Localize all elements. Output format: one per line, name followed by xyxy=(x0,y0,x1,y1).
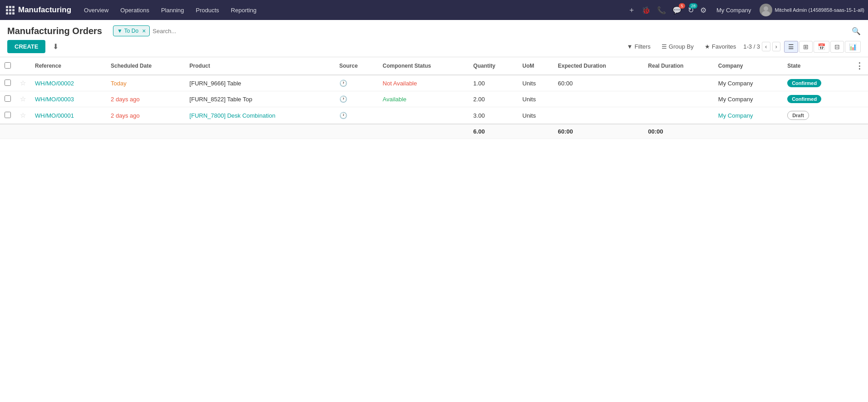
calendar-view-button[interactable]: 📅 xyxy=(814,41,829,53)
col-component-status[interactable]: Component Status xyxy=(378,57,469,75)
updates-icon[interactable]: ↻28 xyxy=(686,4,696,16)
col-company[interactable]: Company xyxy=(714,57,783,75)
search-input-wrap xyxy=(152,26,849,36)
row3-real-cell xyxy=(643,107,714,124)
debug-icon[interactable]: 🐞 xyxy=(640,4,652,16)
toolbar-right: ▼ Filters ☰ Group By ★ Favorites 1-3 / 3… xyxy=(623,41,861,53)
prev-page-button[interactable]: ‹ xyxy=(762,42,770,51)
row1-company: My Company xyxy=(718,80,753,87)
totals-real-duration: 00:00 xyxy=(643,124,714,139)
next-page-button[interactable]: › xyxy=(772,42,780,51)
select-all-header[interactable] xyxy=(0,57,15,75)
row3-checkbox[interactable] xyxy=(5,112,11,118)
col-uom[interactable]: UoM xyxy=(518,57,553,75)
svg-rect-6 xyxy=(6,12,8,15)
row3-product-link[interactable]: [FURN_7800] Desk Combination xyxy=(190,112,275,119)
phone-icon[interactable]: 📞 xyxy=(655,4,668,16)
row2-state-cell: Confirmed xyxy=(783,91,851,107)
col-product[interactable]: Product xyxy=(185,57,335,75)
col-quantity[interactable]: Quantity xyxy=(469,57,518,75)
favorites-icon: ★ xyxy=(705,43,710,50)
search-input[interactable] xyxy=(152,26,849,36)
top-menu: Overview Operations Planning Products Re… xyxy=(78,4,624,16)
select-all-checkbox[interactable] xyxy=(5,62,11,69)
more-options-header[interactable]: ⋮ xyxy=(851,57,868,75)
row3-source-icon[interactable]: 🕐 xyxy=(339,112,347,119)
chat-icon[interactable]: 💬5 xyxy=(671,4,683,16)
row2-product[interactable]: [FURN_8522] Table Top xyxy=(190,96,252,103)
col-real-duration[interactable]: Real Duration xyxy=(643,57,714,75)
main-content: Manufacturing Orders ▼ To Do × 🔍 CREATE … xyxy=(0,20,868,402)
group-by-button[interactable]: ☰ Group By xyxy=(658,41,697,52)
row1-uom-cell: Units xyxy=(518,75,553,91)
apps-icon[interactable] xyxy=(4,4,16,16)
favorites-button[interactable]: ★ Favorites xyxy=(701,41,740,52)
totals-expected-duration: 60:00 xyxy=(554,124,644,139)
row3-star-icon[interactable]: ☆ xyxy=(20,111,26,119)
row1-component-status: Not Available xyxy=(383,80,417,87)
filters-button[interactable]: ▼ Filters xyxy=(623,41,654,52)
row2-source-icon[interactable]: 🕐 xyxy=(339,95,347,103)
grid-view-button[interactable]: ⊟ xyxy=(830,41,844,53)
row1-star-icon[interactable]: ☆ xyxy=(20,79,26,87)
menu-products[interactable]: Products xyxy=(191,4,225,16)
row3-status-cell xyxy=(378,107,469,124)
row3-product-cell: [FURN_7800] Desk Combination xyxy=(185,107,335,124)
settings-icon[interactable]: ⚙ xyxy=(698,4,708,16)
col-scheduled-date[interactable]: Scheduled Date xyxy=(106,57,185,75)
row2-uom: Units xyxy=(522,96,536,103)
list-view-button[interactable]: ☰ xyxy=(784,41,798,53)
row2-star-icon[interactable]: ☆ xyxy=(20,95,26,103)
app-brand: Manufacturing xyxy=(18,5,71,15)
col-state[interactable]: State xyxy=(783,57,851,75)
row3-ref-link[interactable]: WH/MO/00001 xyxy=(35,112,74,119)
col-source[interactable]: Source xyxy=(335,57,378,75)
row2-quantity: 2.00 xyxy=(473,96,485,103)
row3-company-cell: My Company xyxy=(714,107,783,124)
row1-date: Today xyxy=(111,80,127,87)
row2-ref-link[interactable]: WH/MO/00003 xyxy=(35,96,74,103)
search-button[interactable]: 🔍 xyxy=(852,27,861,35)
user-menu[interactable]: Mitchell Admin (14589858-saas-15-1-all) xyxy=(760,4,864,16)
row1-state-badge: Confirmed xyxy=(787,79,821,87)
col-expected-duration[interactable]: Expected Duration xyxy=(554,57,644,75)
row1-uom: Units xyxy=(522,80,536,87)
row3-expected-cell xyxy=(554,107,644,124)
menu-reporting[interactable]: Reporting xyxy=(226,4,262,16)
star-header xyxy=(15,57,30,75)
table-row: ☆ WH/MO/00002 Today [FURN_9666] Table 🕐 … xyxy=(0,75,868,91)
svg-rect-4 xyxy=(9,9,11,11)
totals-row: 6.00 60:00 00:00 xyxy=(0,124,868,139)
add-button[interactable]: ＋ xyxy=(626,4,637,17)
row1-source-icon[interactable]: 🕐 xyxy=(339,79,347,87)
create-button[interactable]: CREATE xyxy=(7,40,45,53)
row2-checkbox[interactable] xyxy=(5,95,11,102)
row1-product[interactable]: [FURN_9666] Table xyxy=(190,80,241,87)
row1-source-cell: 🕐 xyxy=(335,75,378,91)
row1-expected-duration: 60:00 xyxy=(558,80,573,87)
svg-point-10 xyxy=(762,11,770,16)
row1-ref-link[interactable]: WH/MO/00002 xyxy=(35,80,74,87)
menu-planning[interactable]: Planning xyxy=(156,4,190,16)
menu-overview[interactable]: Overview xyxy=(78,4,114,16)
kanban-view-button[interactable]: ⊞ xyxy=(799,41,813,53)
svg-rect-1 xyxy=(9,6,11,8)
filter-remove-btn[interactable]: × xyxy=(142,27,146,35)
col-reference[interactable]: Reference xyxy=(30,57,106,75)
chart-view-button[interactable]: 📊 xyxy=(845,41,861,53)
svg-point-9 xyxy=(764,6,768,11)
row1-checkbox[interactable] xyxy=(5,79,11,86)
menu-operations[interactable]: Operations xyxy=(115,4,155,16)
page-title: Manufacturing Orders xyxy=(7,26,102,36)
filter-icon: ▼ xyxy=(117,28,123,34)
row2-status-cell: Available xyxy=(378,91,469,107)
top-navigation: Manufacturing Overview Operations Planni… xyxy=(0,0,868,20)
orders-table: Reference Scheduled Date Product Source … xyxy=(0,57,868,139)
row2-component-status: Available xyxy=(383,96,407,103)
toolbar: CREATE ⬇ ▼ Filters ☰ Group By ★ Favorite… xyxy=(0,36,868,57)
more-columns-icon[interactable]: ⋮ xyxy=(855,61,863,70)
company-name[interactable]: My Company xyxy=(711,4,757,16)
row2-date: 2 days ago xyxy=(111,96,140,103)
download-button[interactable]: ⬇ xyxy=(49,40,62,53)
view-buttons: ☰ ⊞ 📅 ⊟ 📊 xyxy=(784,41,861,53)
